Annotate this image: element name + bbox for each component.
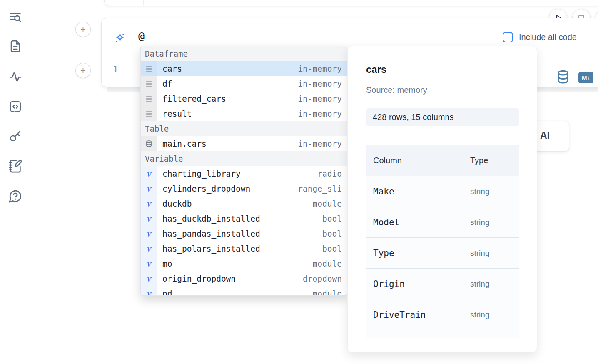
ai-prompt-input[interactable]: @ — [138, 30, 145, 42]
item-name: main.cars — [157, 139, 298, 149]
dataframe-icon — [145, 95, 152, 102]
add-cell-button-top[interactable]: + — [75, 22, 91, 37]
markdown-icon-button[interactable]: M↓ — [578, 72, 593, 83]
preview-shape-badge: 428 rows, 15 columns — [366, 108, 519, 126]
add-cell-button-bottom[interactable]: + — [75, 63, 91, 78]
dataframe-icon — [145, 110, 152, 117]
item-name: mo — [157, 259, 313, 269]
sidebar — [0, 0, 30, 364]
item-type: dropdown — [303, 274, 347, 284]
schema-column-type: string — [463, 299, 520, 330]
item-name: result — [157, 109, 298, 119]
include-all-code-label: Include all code — [519, 32, 577, 42]
schema-column-type: string — [463, 176, 520, 207]
notebook-edit-icon[interactable] — [7, 158, 23, 174]
key-icon[interactable] — [7, 128, 23, 144]
preview-schema-table-wrap: Column Type MakestringModelstringTypestr… — [366, 145, 519, 338]
preview-title: cars — [366, 64, 386, 75]
list-search-icon[interactable] — [7, 9, 23, 25]
item-name: has_duckdb_installed — [157, 214, 322, 224]
variable-icon: v — [147, 199, 151, 208]
schema-column-type: string — [463, 238, 520, 269]
autocomplete-item[interactable]: vhas_duckdb_installedbool — [141, 211, 347, 226]
text-caret — [147, 30, 147, 45]
autocomplete-item[interactable]: vorigin_dropdowndropdown — [141, 271, 347, 286]
include-all-code-checkbox[interactable] — [503, 32, 513, 42]
variable-icon: v — [147, 229, 151, 238]
autocomplete-item[interactable]: vpdmodule — [141, 286, 347, 296]
autocomplete-item[interactable]: vmomodule — [141, 256, 347, 271]
database-icon — [145, 140, 153, 148]
dataframe-icon — [145, 65, 152, 72]
schema-row: Typestring — [366, 238, 520, 269]
autocomplete-item[interactable]: vduckdbmodule — [141, 196, 347, 211]
dataframe-icon — [145, 80, 152, 87]
item-name: has_pandas_installed — [157, 229, 322, 239]
item-name: has_polars_installed — [157, 244, 322, 254]
autocomplete-item[interactable]: vcylinders_dropdownrange_sli — [141, 181, 347, 196]
preview-source: Source: memory — [366, 85, 427, 95]
autocomplete-item[interactable]: dfin-memory — [141, 76, 347, 91]
preview-schema-table: Column Type MakestringModelstringTypestr… — [366, 145, 519, 338]
ai-button-label: AI — [540, 130, 550, 141]
code-block-icon[interactable] — [7, 99, 23, 115]
item-type: module — [313, 259, 347, 269]
variable-icon: v — [147, 274, 151, 283]
schema-row: Makestring — [366, 176, 520, 207]
item-name: cars — [157, 64, 298, 74]
activity-icon[interactable] — [7, 69, 23, 85]
schema-column-name: Origin — [366, 269, 463, 299]
include-all-code-control: Include all code — [503, 32, 577, 42]
item-type: in-memory — [298, 109, 347, 119]
schema-header-column: Column — [366, 145, 463, 176]
schema-row: DriveTrainstring — [366, 299, 520, 330]
item-name: charting_library — [157, 169, 317, 179]
schema-row: Originstring — [366, 269, 520, 299]
item-type: in-memory — [298, 139, 347, 149]
schema-column-name: Type — [366, 238, 463, 269]
dataframe-preview-panel: cars Source: memory 428 rows, 15 columns… — [347, 46, 537, 353]
autocomplete-item[interactable]: resultin-memory — [141, 106, 347, 121]
file-text-icon[interactable] — [7, 38, 23, 54]
schema-column-type: string — [463, 269, 520, 299]
schema-column-type — [463, 330, 520, 339]
autocomplete-item[interactable]: vhas_pandas_installedbool — [141, 226, 347, 241]
previous-cell-gutter-divider — [143, 0, 144, 5]
item-name: pd — [157, 289, 313, 296]
previous-cell — [104, 0, 598, 6]
item-type: module — [313, 199, 347, 209]
autocomplete-section-header: Variable — [141, 151, 347, 166]
item-name: df — [157, 79, 298, 89]
item-type: module — [313, 289, 347, 296]
app: + + AI @ — [0, 0, 598, 364]
variable-icon: v — [147, 169, 151, 178]
autocomplete-item[interactable]: vcharting_libraryradio — [141, 166, 347, 181]
autocomplete-item[interactable]: filtered_carsin-memory — [141, 91, 347, 106]
datasource-icon-button[interactable] — [556, 69, 571, 86]
item-type: bool — [322, 214, 347, 224]
variable-icon: v — [147, 259, 151, 268]
autocomplete-item[interactable]: vhas_polars_installedbool — [141, 241, 347, 256]
autocomplete-item[interactable]: main.carsin-memory — [141, 136, 347, 151]
item-type: bool — [322, 229, 347, 239]
line-number: 1 — [113, 65, 118, 75]
schema-column-name: DriveTrain — [366, 299, 463, 330]
variable-icon: v — [147, 184, 151, 193]
item-type: radio — [317, 169, 347, 179]
schema-column-name — [366, 330, 463, 339]
item-name: filtered_cars — [157, 94, 298, 104]
schema-header-type: Type — [463, 145, 520, 176]
schema-row: Modelstring — [366, 207, 520, 238]
variable-icon: v — [147, 214, 151, 223]
item-name: cylinders_dropdown — [157, 184, 298, 194]
item-type: bool — [322, 244, 347, 254]
item-type: in-memory — [298, 64, 347, 74]
database-icon — [556, 69, 570, 85]
autocomplete-item[interactable]: carsin-memory — [141, 61, 347, 76]
autocomplete-section-header: Table — [141, 121, 347, 136]
variable-icon: v — [147, 244, 151, 253]
schema-column-type: string — [463, 207, 520, 238]
item-type: in-memory — [298, 79, 347, 89]
help-chat-icon[interactable] — [7, 188, 23, 204]
ai-sparkle-icon — [114, 32, 126, 44]
